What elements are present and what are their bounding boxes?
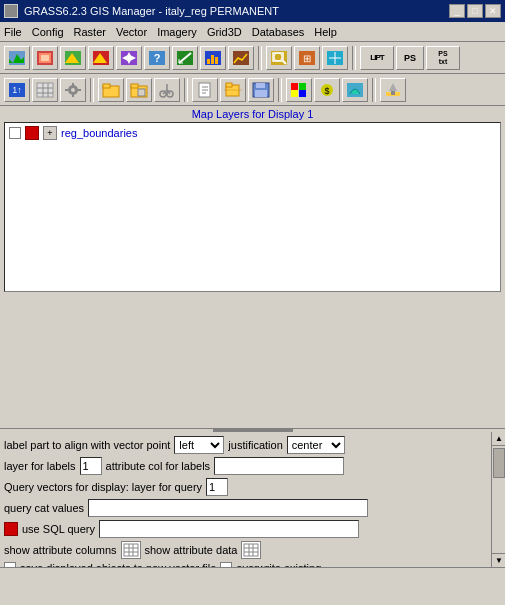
svg-rect-23 — [211, 55, 214, 64]
add-layer-button[interactable]: 1↑ — [4, 78, 30, 102]
save-button[interactable] — [248, 78, 274, 102]
toolbar1-sep2 — [352, 46, 356, 70]
ps1-button[interactable]: PS — [396, 46, 424, 70]
layer-item: + reg_boundaries — [7, 125, 498, 141]
open-file-button[interactable] — [220, 78, 246, 102]
zoom-out-button[interactable] — [88, 46, 114, 70]
justification-select[interactable]: center — [287, 436, 345, 454]
query-vectors-label: Query vectors for display: layer for que… — [4, 481, 202, 493]
svg-rect-45 — [72, 94, 74, 97]
new-file-button[interactable] — [192, 78, 218, 102]
scroll-track — [492, 446, 505, 554]
layer-labels-label: layer for labels — [4, 460, 76, 472]
cut-button[interactable] — [154, 78, 180, 102]
lipt-button[interactable]: LIPT — [360, 46, 394, 70]
toolbar-row-2: 1↑ — [0, 74, 505, 106]
attr-col-labels-input[interactable] — [214, 457, 344, 475]
color-picker3-button[interactable] — [342, 78, 368, 102]
settings-button[interactable] — [60, 78, 86, 102]
query-vectors-input[interactable] — [206, 478, 228, 496]
ps2-label: PStxt — [438, 50, 447, 65]
save-objects-row: save displayed objects to new vector fil… — [4, 562, 499, 568]
zoom-map-button[interactable] — [322, 46, 348, 70]
svg-rect-63 — [226, 83, 232, 87]
minimize-button[interactable]: _ — [449, 4, 465, 18]
redraw-button[interactable] — [32, 46, 58, 70]
close-button[interactable]: ✕ — [485, 4, 501, 18]
menu-grid3d[interactable]: Grid3D — [207, 26, 242, 38]
edit-button[interactable] — [380, 78, 406, 102]
toolbar2-sep1 — [90, 78, 94, 102]
menu-bar: File Config Raster Vector Imagery Grid3D… — [0, 22, 505, 42]
menu-file[interactable]: File — [4, 26, 22, 38]
layer-color-icon — [25, 126, 39, 140]
svg-rect-51 — [131, 84, 138, 88]
toolbar2-sep2 — [184, 78, 188, 102]
svg-rect-68 — [291, 83, 298, 90]
svg-text:⊞: ⊞ — [303, 53, 311, 64]
menu-imagery[interactable]: Imagery — [157, 26, 197, 38]
layer-labels-input[interactable] — [80, 457, 102, 475]
label-align-label: label part to align with vector point — [4, 439, 170, 451]
menu-config[interactable]: Config — [32, 26, 64, 38]
copy-layers-button[interactable] — [126, 78, 152, 102]
overwrite-label: overwrite existing — [236, 562, 321, 568]
layers-content: + reg_boundaries — [4, 122, 501, 292]
display-button[interactable] — [4, 46, 30, 70]
zoom-in-button[interactable] — [60, 46, 86, 70]
query-button[interactable]: ? — [144, 46, 170, 70]
justification-label: justification — [228, 439, 282, 451]
attr-col-labels-label: attribute col for labels — [106, 460, 211, 472]
svg-rect-83 — [244, 544, 258, 556]
toolbar-row-1: ? — [0, 42, 505, 74]
zoom-default-button[interactable]: ⊞ — [294, 46, 320, 70]
color-picker2-button[interactable]: $ — [314, 78, 340, 102]
toolbar2-sep3 — [278, 78, 282, 102]
layer-expand-button[interactable]: + — [43, 126, 57, 140]
title-bar: GRASS6.2.3 GIS Manager - italy_reg PERMA… — [0, 0, 505, 22]
save-objects-checkbox[interactable] — [4, 562, 16, 568]
properties-panel: label part to align with vector point le… — [0, 432, 505, 568]
histogram-button[interactable] — [200, 46, 226, 70]
sql-icon — [4, 522, 18, 536]
open-folder-button[interactable] — [98, 78, 124, 102]
overwrite-checkbox[interactable] — [220, 562, 232, 568]
pan-button[interactable] — [116, 46, 142, 70]
layer-checkbox[interactable] — [9, 127, 21, 139]
grid-button[interactable] — [32, 78, 58, 102]
menu-help[interactable]: Help — [314, 26, 337, 38]
scroll-down-button[interactable]: ▼ — [492, 553, 505, 567]
svg-rect-24 — [215, 57, 218, 64]
svg-rect-70 — [291, 90, 298, 97]
svg-rect-52 — [138, 89, 145, 96]
svg-rect-71 — [299, 90, 306, 97]
query-cat-label: query cat values — [4, 502, 84, 514]
menu-vector[interactable]: Vector — [116, 26, 147, 38]
color-picker1-button[interactable] — [286, 78, 312, 102]
sql-query-input[interactable] — [99, 520, 359, 538]
show-attrs-row: show attribute columns show attribute da… — [4, 541, 499, 559]
profile-button[interactable] — [228, 46, 254, 70]
svg-marker-76 — [389, 83, 397, 91]
show-attr-data-button[interactable] — [241, 541, 261, 559]
save-objects-label: save displayed objects to new vector fil… — [20, 562, 216, 568]
menu-databases[interactable]: Databases — [252, 26, 305, 38]
scroll-thumb[interactable] — [493, 448, 505, 478]
scroll-up-button[interactable]: ▲ — [492, 432, 505, 446]
query-cat-input[interactable] — [88, 499, 368, 517]
svg-rect-77 — [391, 91, 395, 95]
maximize-button[interactable]: □ — [467, 4, 483, 18]
label-align-select[interactable]: left — [174, 436, 224, 454]
svg-rect-47 — [78, 89, 81, 91]
menu-raster[interactable]: Raster — [74, 26, 106, 38]
ps1-label: PS — [404, 53, 416, 63]
zoom-region-button[interactable] — [266, 46, 292, 70]
svg-rect-22 — [207, 59, 210, 64]
toolbar2-sep4 — [372, 78, 376, 102]
measure-button[interactable] — [172, 46, 198, 70]
ps2-button[interactable]: PStxt — [426, 46, 460, 70]
layer-labels-row: layer for labels attribute col for label… — [4, 457, 499, 475]
svg-rect-44 — [72, 83, 74, 86]
show-attr-cols-button[interactable] — [121, 541, 141, 559]
svg-rect-78 — [124, 544, 138, 556]
